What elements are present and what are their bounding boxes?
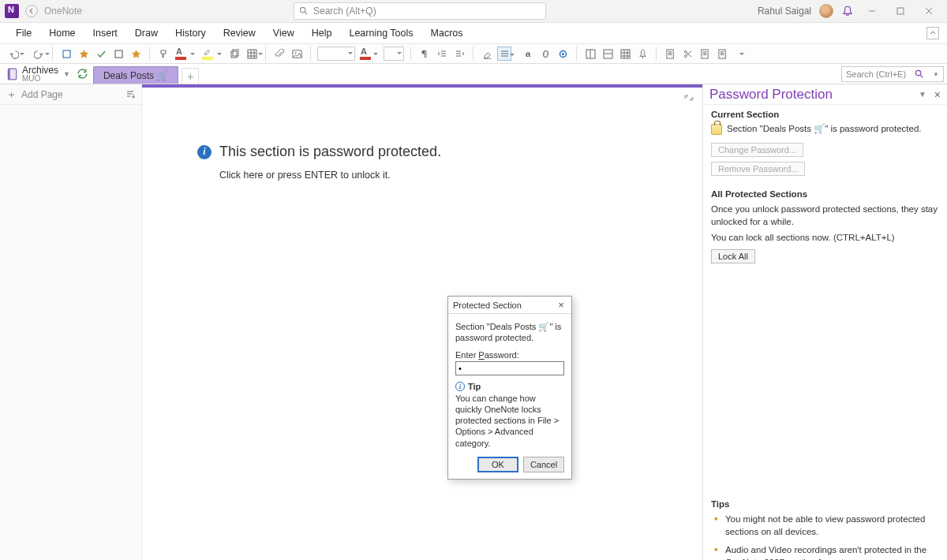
plus-icon: ＋ [6,88,17,102]
important-tag-button[interactable] [77,47,91,61]
check-tag-button[interactable] [94,47,108,61]
layout-2-button[interactable] [601,47,615,61]
pane-title: Password Protection [709,87,919,103]
link-button[interactable] [538,47,552,61]
layout-3-button[interactable] [618,47,632,61]
lock-all-button[interactable]: Lock All [711,249,755,263]
new-page-button[interactable] [663,47,677,61]
eraser-button[interactable] [480,47,494,61]
record-button[interactable] [556,47,570,61]
dialog-section-msg: Section "Deals Posts 🛒" is password prot… [455,321,564,344]
page-3-button[interactable] [715,47,729,61]
pane-close-button[interactable]: × [934,88,941,101]
sort-pages-icon[interactable] [125,89,135,99]
change-password-button[interactable]: Change Password... [711,143,803,157]
all-protected-title: All Protected Sections [711,189,939,199]
sync-icon[interactable] [72,64,93,84]
copy-button[interactable] [227,47,241,61]
redo-button[interactable] [32,47,46,61]
pane-dropdown[interactable]: ▼ [919,90,926,99]
star-tag-button[interactable] [129,47,143,61]
notebook-icon[interactable] [5,64,19,84]
section-tab-deals-posts[interactable]: Deals Posts 🛒 [93,66,178,84]
collapse-ribbon-button[interactable] [926,27,939,39]
cut-button[interactable] [680,47,694,61]
window-maximize[interactable] [890,3,911,19]
menu-macros[interactable]: Macros [423,24,471,42]
indent-right-button[interactable] [452,47,466,61]
user-name[interactable]: Rahul Saigal [758,6,811,17]
quick-access-toolbar: A A a [0,43,947,64]
indent-left-button[interactable] [435,47,449,61]
lock-icon [711,124,722,135]
square-tag-button[interactable] [111,47,125,61]
title-bar: OneNote Search (Alt+Q) Rahul Saigal [0,0,947,23]
user-avatar[interactable] [819,4,833,18]
font-color-2-button[interactable]: A [358,47,374,61]
dialog-close-button[interactable]: × [556,300,567,311]
ok-button[interactable]: OK [477,457,518,472]
table-button[interactable] [245,47,259,61]
tip-label: Tip [468,382,481,391]
strikethrough-button[interactable]: a [521,47,535,61]
menu-view[interactable]: View [265,24,302,42]
page-canvas[interactable]: i This section is password protected. Cl… [142,84,702,560]
view-mode-button[interactable] [497,47,511,61]
window-minimize[interactable] [862,3,882,19]
menu-bar: File Home Insert Draw History Review Vie… [0,23,947,43]
pin-button[interactable] [635,47,649,61]
password-input[interactable] [455,361,564,375]
search-icon [915,69,924,79]
search-placeholder: Search (Alt+Q) [313,6,376,17]
font-name-selector[interactable] [317,47,355,61]
todo-tag-button[interactable] [59,47,73,61]
main-area: ＋ Add Page i This section is password pr… [0,84,947,560]
page-list-panel: ＋ Add Page [0,84,142,560]
page-search-input[interactable]: Search (Ctrl+E) ▼ [841,66,944,82]
notification-icon[interactable] [841,5,854,17]
notebook-title[interactable]: Archives [22,65,58,75]
menu-home[interactable]: Home [41,24,83,42]
notebook-dropdown[interactable]: ▼ [62,64,72,84]
menu-learning-tools[interactable]: Learning Tools [341,24,421,42]
svg-rect-26 [897,8,904,14]
insert-image-button[interactable] [290,47,304,61]
pilcrow-button[interactable] [417,47,432,61]
menu-history[interactable]: History [167,24,214,42]
unlock-hint[interactable]: Click here or press ENTER to unlock it. [219,170,391,181]
add-section-tab[interactable]: + [182,68,199,84]
undo-button[interactable] [6,47,21,61]
menu-draw[interactable]: Draw [127,24,166,42]
layout-1-button[interactable] [583,47,597,61]
info-icon: i [197,145,211,159]
highlight-button[interactable] [200,47,218,61]
menu-help[interactable]: Help [304,24,340,42]
window-close[interactable] [919,3,939,19]
tip-item: Audio and Video recordings aren't protec… [714,543,939,560]
menu-review[interactable]: Review [215,24,264,42]
expand-page-icon[interactable] [683,92,694,103]
back-button[interactable] [25,5,38,17]
menu-file[interactable]: File [8,24,39,42]
current-section-msg: Section "Deals Posts 🛒" is password prot… [727,123,922,136]
locked-heading: This section is password protected. [219,144,441,160]
attach-file-button[interactable] [272,47,286,61]
search-scope-dropdown[interactable]: ▼ [933,71,939,78]
format-painter-button[interactable] [156,47,170,61]
toolbar-overflow[interactable] [732,47,740,61]
font-color-button[interactable]: A [174,47,191,61]
page-2-button[interactable] [698,47,712,61]
svg-point-33 [562,53,564,55]
page-search-placeholder: Search (Ctrl+E) [846,69,906,79]
remove-password-button[interactable]: Remove Password... [711,162,805,176]
svg-rect-28 [233,50,238,56]
font-size-selector[interactable] [384,47,404,61]
app-icon [5,4,19,18]
add-page-button[interactable]: ＋ Add Page [0,84,141,105]
menu-insert[interactable]: Insert [85,24,125,42]
all-protected-msg: Once you unlock password protected secti… [711,203,939,228]
cancel-button[interactable]: Cancel [523,457,564,472]
password-label: Enter Password: [455,350,564,360]
global-search[interactable]: Search (Alt+Q) [294,2,546,20]
app-name: OneNote [44,6,82,17]
